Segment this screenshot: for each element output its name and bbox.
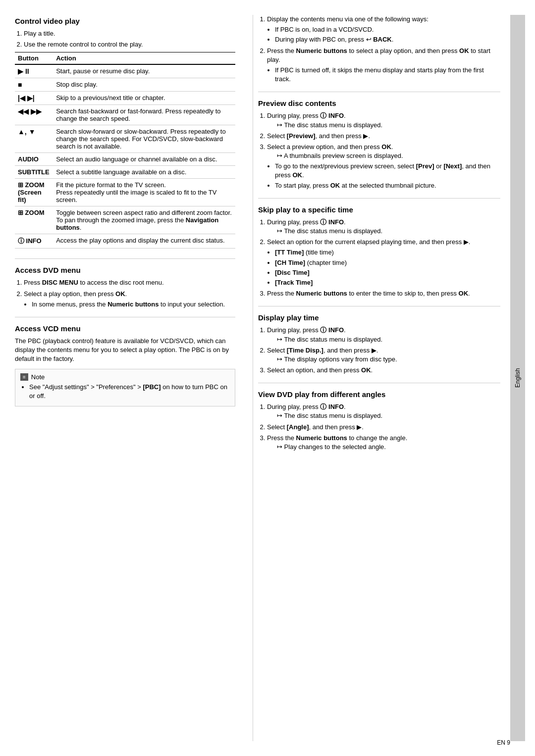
- section-preview-disc: Preview disc contents During play, press…: [258, 99, 500, 199]
- arrow-note: ↦ The display options vary from disc typ…: [267, 355, 500, 364]
- action-text: Toggle between screen aspect ratio and d…: [53, 206, 235, 234]
- sidebar-label: English: [514, 368, 521, 388]
- list-item: If PBC is turned off, it skips the menu …: [275, 66, 500, 84]
- sidebar-english: English: [510, 15, 525, 741]
- list-item: Press the Numeric buttons to enter the t…: [267, 289, 500, 298]
- list-item: Select [Angle], and then press ▶.: [267, 423, 500, 432]
- action-text: Fit the picture format to the TV screen.…: [53, 179, 235, 206]
- control-video-steps: Play a title. Use the remote control to …: [15, 29, 235, 49]
- action-text: Select a subtitle language available on …: [53, 166, 235, 179]
- display-contents-steps: Display the contents menu via one of the…: [258, 15, 500, 84]
- table-row: ⓘ INFO Access the play options and displ…: [15, 234, 235, 249]
- control-video-title: Control video play: [15, 17, 235, 25]
- list-item: Press the Numeric buttons to select a pl…: [267, 47, 500, 84]
- sub-bullet-list: If PBC is turned off, it skips the menu …: [267, 66, 500, 84]
- arrow-note: ↦ The disc status menu is displayed.: [267, 121, 500, 130]
- display-play-time-title: Display play time: [258, 313, 500, 322]
- skip-play-steps: During play, press ⓘ INFO. ↦ The disc st…: [258, 218, 500, 299]
- list-item: In some menus, press the Numeric buttons…: [32, 300, 235, 309]
- table-row: ▲, ▼ Search slow-forward or slow-backwar…: [15, 125, 235, 153]
- left-column: Control video play Play a title. Use the…: [15, 15, 243, 741]
- section-skip-play: Skip play to a specific time During play…: [258, 205, 500, 307]
- button-symbol: |◀ ▶|: [15, 92, 53, 105]
- sub-bullet-list: In some menus, press the Numeric buttons…: [24, 300, 235, 309]
- action-text: Skip to a previous/next title or chapter…: [53, 92, 235, 105]
- list-item: Select a preview option, and then press …: [267, 143, 500, 190]
- table-row: |◀ ▶| Skip to a previous/next title or c…: [15, 92, 235, 105]
- table-header-action: Action: [53, 52, 235, 65]
- action-text: Access the play options and display the …: [53, 234, 235, 249]
- button-symbol: ◀◀ ▶▶: [15, 105, 53, 125]
- button-symbol: ⊞ ZOOM(Screen fit): [15, 179, 53, 206]
- list-item: Select [Time Disp.], and then press ▶. ↦…: [267, 346, 500, 364]
- control-video-table: Button Action ▶ II Start, pause or resum…: [15, 52, 235, 249]
- right-column: Display the contents menu via one of the…: [253, 15, 500, 741]
- access-dvd-steps: Press DISC MENU to access the disc root …: [15, 278, 235, 309]
- skip-play-title: Skip play to a specific time: [258, 205, 500, 214]
- note-label: Note: [31, 373, 45, 381]
- note-header: ≡ Note: [20, 373, 230, 381]
- table-row: ▶ II Start, pause or resume disc play.: [15, 64, 235, 78]
- list-item: During play with PBC on, press ↩ BACK.: [275, 35, 500, 44]
- list-item: Select a play option, then press OK. In …: [24, 290, 235, 309]
- section-view-dvd-angles: View DVD play from different angles Duri…: [258, 390, 500, 459]
- list-item: During play, press ⓘ INFO. ↦ The disc st…: [267, 218, 500, 236]
- table-header-button: Button: [15, 52, 53, 65]
- action-text: Stop disc play.: [53, 78, 235, 92]
- access-dvd-title: Access DVD menu: [15, 266, 235, 274]
- access-vcd-title: Access VCD menu: [15, 324, 235, 333]
- arrow-note: ↦ A thumbnails preview screen is display…: [267, 151, 500, 160]
- list-item: [CH Time] (chapter time): [275, 258, 500, 267]
- view-dvd-angles-steps: During play, press ⓘ INFO. ↦ The disc st…: [258, 403, 500, 452]
- section-display-play-time: Display play time During play, press ⓘ I…: [258, 313, 500, 383]
- arrow-note: ↦ The disc status menu is displayed.: [267, 227, 500, 236]
- table-row: ■ Stop disc play.: [15, 78, 235, 92]
- sub-bullet-list: If PBC is on, load in a VCD/SVCD. During…: [267, 25, 500, 44]
- table-row: ⊞ ZOOM(Screen fit) Fit the picture forma…: [15, 179, 235, 206]
- list-item: [Track Time]: [275, 278, 500, 287]
- sub-bullet-list: [TT Time] (title time) [CH Time] (chapte…: [267, 248, 500, 287]
- list-item: To start play, press OK at the selected …: [275, 181, 500, 190]
- view-dvd-angles-title: View DVD play from different angles: [258, 390, 500, 399]
- button-symbol: ▶ II: [15, 64, 53, 78]
- section-access-dvd: Access DVD menu Press DISC MENU to acces…: [15, 266, 235, 317]
- list-item: Press the Numeric buttons to change the …: [267, 434, 500, 452]
- list-item: Select an option, and then press OK.: [267, 366, 500, 375]
- table-row: ◀◀ ▶▶ Search fast-backward or fast-forwa…: [15, 105, 235, 125]
- button-symbol: ⊞ ZOOM: [15, 206, 53, 234]
- list-item: Play a title.: [24, 29, 235, 38]
- table-row: ⊞ ZOOM Toggle between screen aspect rati…: [15, 206, 235, 234]
- button-symbol: ⓘ INFO: [15, 234, 53, 249]
- note-icon: ≡: [20, 373, 28, 381]
- table-row: AUDIO Select an audio language or channe…: [15, 153, 235, 166]
- arrow-note: ↦ The disc status menu is displayed.: [267, 335, 500, 344]
- list-item: During play, press ⓘ INFO. ↦ The disc st…: [267, 111, 500, 129]
- list-item: Select [Preview], and then press ▶.: [267, 132, 500, 141]
- list-item: During play, press ⓘ INFO. ↦ The disc st…: [267, 403, 500, 420]
- section-display-contents: Display the contents menu via one of the…: [258, 15, 500, 92]
- list-item: [TT Time] (title time): [275, 248, 500, 257]
- display-play-time-steps: During play, press ⓘ INFO. ↦ The disc st…: [258, 326, 500, 375]
- arrow-note: ↦ Play changes to the selected angle.: [267, 443, 500, 452]
- note-list: See "Adjust settings" > "Preferences" > …: [20, 383, 230, 401]
- action-text: Start, pause or resume disc play.: [53, 64, 235, 78]
- section-access-vcd: Access VCD menu The PBC (playback contro…: [15, 324, 235, 414]
- table-row: SUBTITLE Select a subtitle language avai…: [15, 166, 235, 179]
- page-number: EN 9: [497, 739, 510, 746]
- list-item: Display the contents menu via one of the…: [267, 15, 500, 45]
- action-text: Search fast-backward or fast-forward. Pr…: [53, 105, 235, 125]
- action-text: Search slow-forward or slow-backward. Pr…: [53, 125, 235, 153]
- note-box: ≡ Note See "Adjust settings" > "Preferen…: [15, 369, 235, 406]
- list-item: See "Adjust settings" > "Preferences" > …: [29, 383, 230, 401]
- section-control-video: Control video play Play a title. Use the…: [15, 17, 235, 259]
- sub-bullet-list: To go to the next/previous preview scree…: [267, 162, 500, 190]
- list-item: During play, press ⓘ INFO. ↦ The disc st…: [267, 326, 500, 344]
- access-vcd-description: The PBC (playback control) feature is av…: [15, 337, 235, 364]
- list-item: Use the remote control to control the pl…: [24, 40, 235, 49]
- button-symbol: SUBTITLE: [15, 166, 53, 179]
- preview-disc-title: Preview disc contents: [258, 99, 500, 107]
- action-text: Select an audio language or channel avai…: [53, 153, 235, 166]
- list-item: Press DISC MENU to access the disc root …: [24, 278, 235, 287]
- preview-disc-steps: During play, press ⓘ INFO. ↦ The disc st…: [258, 111, 500, 190]
- list-item: If PBC is on, load in a VCD/SVCD.: [275, 25, 500, 34]
